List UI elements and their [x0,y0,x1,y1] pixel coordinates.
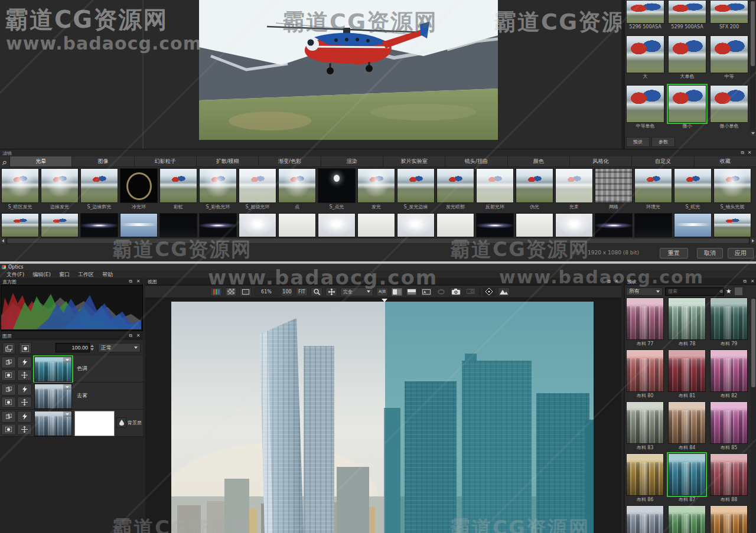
filter-thumbnail[interactable] [674,213,712,237]
filter-thumbnail[interactable] [476,168,514,203]
pan-tool-button[interactable] [325,287,337,296]
preset-thumbnail[interactable] [626,401,664,444]
filter-item[interactable]: 边缘发光 [41,168,79,211]
preset-category-dropdown[interactable]: 所有 [626,287,663,296]
close-icon[interactable]: ✕ [747,150,752,156]
filter-item[interactable]: 彩虹 [159,168,197,211]
filter-item[interactable]: S_超级光环 [239,168,276,211]
preset-thumbnail[interactable] [668,401,706,444]
close-icon[interactable]: ✕ [750,279,755,285]
layer-expand-chevron[interactable] [63,384,71,390]
filter-category-tab[interactable]: 自定义 [632,156,693,166]
filter-item[interactable]: S_眩光 [674,168,712,211]
layer-transform-icon[interactable] [17,369,32,381]
layer-row[interactable]: 色调 [0,355,143,382]
filter-category-tab[interactable]: 图像 [72,156,133,166]
layer-blend-icon[interactable] [1,357,16,368]
grain-preset-thumbnail[interactable] [710,85,748,123]
filter-item[interactable]: S_镜头光斑 [713,168,751,211]
filter-item[interactable]: S_发光边缘 [397,168,435,211]
preset-thumbnail[interactable] [710,349,748,392]
layer-row[interactable]: 背景层 [0,410,143,437]
grain-preset-item[interactable]: 5299 500ASA [668,0,706,31]
grain-preset-item[interactable]: 大单色 [668,35,706,80]
zoom-100-button[interactable]: 100 [281,287,293,296]
layer-blend-icon[interactable] [1,384,16,395]
preset-item[interactable]: 布料 86 [626,453,664,504]
filter-thumbnail[interactable] [120,168,158,203]
filter-item[interactable]: 光束 [555,168,593,211]
float-panel-icon[interactable]: ⧉ [742,279,748,285]
filter-item[interactable]: 伪光 [516,168,553,211]
menu-item[interactable]: 帮助 [98,270,117,279]
filter-thumbnail[interactable] [80,213,118,237]
grain-preset-item[interactable]: 5296 500ASA [626,0,664,31]
filter-item[interactable]: S_彩色光环 [199,168,237,211]
split-horizontal-button[interactable] [406,287,418,296]
filter-thumbnail[interactable] [239,213,276,237]
filter-category-tab[interactable]: 渐变/色彩 [259,156,320,166]
split-vertical-button[interactable] [391,287,403,296]
heads-up-display-button[interactable] [498,287,510,296]
mask-overlay-button[interactable] [240,287,252,296]
opacity-stepper[interactable] [90,343,95,352]
preset-thumbnail[interactable] [668,505,706,533]
filter-thumbnail[interactable] [318,168,356,203]
scrollbar-thumb[interactable] [7,238,749,243]
menu-item[interactable]: 工作区 [74,270,98,279]
filter-thumbnail[interactable] [713,213,751,237]
grid-view-icon[interactable] [734,287,743,296]
layer-expand-chevron[interactable] [63,411,71,417]
filter-category-tab[interactable]: 颜色 [508,156,569,166]
filter-search-button[interactable]: ⌕ [0,156,9,167]
filter-thumbnail[interactable] [397,213,435,237]
preset-item[interactable]: 布料 88 [710,453,748,504]
layer-mask-icon[interactable] [1,397,16,408]
layer-blend-icon[interactable] [1,411,16,423]
preset-item[interactable]: 布料 85 [710,401,748,452]
preset-item[interactable]: 布料 81 [668,349,706,400]
display-output-button[interactable] [465,287,477,296]
clear-search-icon[interactable]: ⊗ [719,289,724,294]
filter-thumbnail[interactable] [41,213,79,237]
filter-thumbnail[interactable] [159,168,197,203]
panel-tab[interactable]: 预设 [626,137,650,147]
layer-mask-thumbnail[interactable] [74,411,115,436]
filter-category-tab[interactable]: 风格化 [570,156,631,166]
preset-thumbnail[interactable] [626,297,664,340]
layer-transform-icon[interactable] [17,424,32,436]
preset-thumbnail[interactable] [626,349,664,392]
filter-item[interactable]: 发光 [357,168,395,211]
favorites-star-icon[interactable]: ★ [726,287,732,295]
preset-item[interactable]: 布料 77 [626,297,664,348]
filter-thumbnail[interactable] [1,213,39,237]
menu-item[interactable]: 文件(F) [2,270,28,279]
filter-category-tab[interactable]: 胶片实验室 [383,156,445,166]
filter-thumbnail[interactable] [239,168,276,203]
filter-thumbnail[interactable] [516,168,553,203]
filter-thumbnail[interactable] [476,213,514,237]
preset-item[interactable]: 布料 87 [668,453,706,504]
float-panel-icon[interactable]: ⧉ [606,279,612,285]
cancel-button[interactable]: 取消 [697,248,723,259]
blend-mode-dropdown[interactable]: 正常 [98,343,141,352]
filter-thumbnail[interactable] [278,168,316,203]
preset-item[interactable]: 布料 80 [626,349,664,400]
filter-thumbnail[interactable] [516,213,553,237]
layer-thumbnail[interactable] [34,411,72,436]
zoom-level-field[interactable]: 61% [255,287,278,296]
menu-item[interactable]: 窗口 [55,270,74,279]
preset-item[interactable]: 橙色 [710,505,748,533]
grain-preset-thumbnail[interactable] [626,85,664,123]
viewer-canvas-b[interactable] [145,299,621,533]
close-icon[interactable]: ✕ [614,279,620,285]
filter-item[interactable]: S_暗区发光 [1,168,39,211]
grain-preset-item[interactable]: 大 [626,35,664,80]
filter-thumbnail[interactable] [436,168,474,203]
zoom-fit-button[interactable]: FIT [296,287,308,296]
preset-item[interactable]: 布料 79 [710,297,748,348]
layer-fx-icon[interactable] [17,411,32,423]
filter-thumbnail[interactable] [555,213,593,237]
filter-item[interactable]: 发光暗部 [436,168,474,211]
filter-thumbnail[interactable] [278,213,316,237]
